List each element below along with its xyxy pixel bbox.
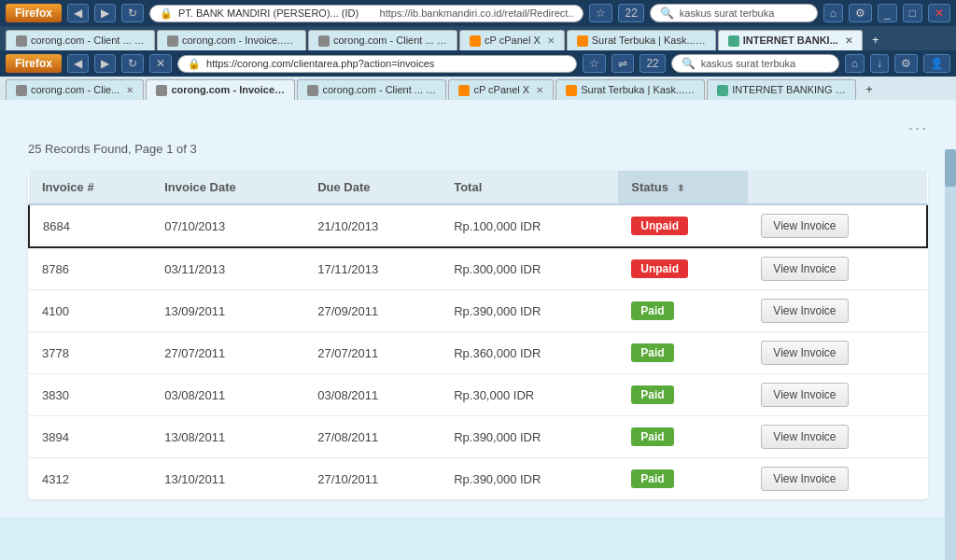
second-address-bar[interactable]: 🔒 https://corong.com/clientarea.php?acti… xyxy=(177,55,577,73)
table-row: 4312 13/10/2011 27/10/2011 Rp.390,000 ID… xyxy=(29,458,927,500)
col-invoice-num: Invoice # xyxy=(29,171,151,204)
records-info: 25 Records Found, Page 1 of 3 xyxy=(28,142,928,156)
back-icon[interactable]: ◀ xyxy=(67,4,89,22)
sync-icon[interactable]: ⇌ xyxy=(612,54,634,73)
firefox-button[interactable]: Firefox xyxy=(6,4,62,22)
bank-label: PT. BANK MANDIRI (PERSERO)... (ID) xyxy=(178,7,374,19)
tab-surat-terbuka[interactable]: Surat Terbuka | Kask... ✕ xyxy=(567,30,716,50)
cell-action: View Invoice xyxy=(748,204,927,247)
tab-cpanel[interactable]: cP cPanel X ✕ xyxy=(459,30,565,50)
view-invoice-button[interactable]: View Invoice xyxy=(761,425,848,449)
stop-icon[interactable]: ✕ xyxy=(149,54,172,73)
reload-icon-2[interactable]: ↻ xyxy=(121,54,144,73)
star-icon[interactable]: ☆ xyxy=(583,54,606,73)
sort-icon: ⬍ xyxy=(677,183,684,193)
close-icon[interactable]: ✕ xyxy=(928,4,950,22)
cell-action: View Invoice xyxy=(748,374,927,416)
cell-due-date: 27/08/2011 xyxy=(304,416,441,458)
view-invoice-button[interactable]: View Invoice xyxy=(761,299,848,323)
cell-total: Rp.300,000 IDR xyxy=(441,247,618,290)
browser-second-bar: Firefox ◀ ▶ ↻ ✕ 🔒 https://corong.com/cli… xyxy=(0,50,956,77)
view-invoice-button[interactable]: View Invoice xyxy=(761,214,848,238)
tab-corong-client-2[interactable]: corong.com - Client ... ✕ xyxy=(308,30,457,50)
cell-status: Unpaid xyxy=(618,247,748,290)
home-icon[interactable]: ⌂ xyxy=(823,4,843,22)
cell-invoice-num: 3894 xyxy=(29,416,151,458)
settings-icon-2[interactable]: ⚙ xyxy=(894,54,918,73)
search-text-2: kaskus surat terbuka xyxy=(701,58,796,69)
table-row: 8786 03/11/2013 17/11/2013 Rp.300,000 ID… xyxy=(29,247,927,290)
cell-action: View Invoice xyxy=(748,332,927,374)
cell-due-date: 27/07/2011 xyxy=(304,332,441,374)
new-tab-icon-2[interactable]: + xyxy=(858,78,880,100)
status-badge: Paid xyxy=(631,301,673,320)
back-icon-2[interactable]: ◀ xyxy=(67,54,89,73)
table-row: 3894 13/08/2011 27/08/2011 Rp.390,000 ID… xyxy=(29,416,927,458)
tab-internet-banking[interactable]: INTERNET BANKI... ✕ xyxy=(718,30,863,50)
cell-due-date: 03/08/2011 xyxy=(304,374,441,416)
tab-2-corong-invoice[interactable]: corong.com - Invoice... ✕ xyxy=(146,79,295,100)
forward-icon-2[interactable]: ▶ xyxy=(94,54,116,73)
second-search-bar[interactable]: 🔍 kaskus surat terbuka xyxy=(671,54,839,73)
cell-total: Rp.390,000 IDR xyxy=(441,416,618,458)
cell-total: Rp.360,000 IDR xyxy=(441,332,618,374)
col-status[interactable]: Status ⬍ xyxy=(618,171,748,204)
cell-invoice-date: 13/08/2011 xyxy=(151,416,304,458)
table-row: 3778 27/07/2011 27/07/2011 Rp.360,000 ID… xyxy=(29,332,927,374)
scrollbar-thumb[interactable] xyxy=(945,149,956,187)
tab-2-corong-client[interactable]: corong.com - Clie... ✕ xyxy=(6,79,144,100)
maximize-icon[interactable]: □ xyxy=(903,4,922,22)
status-badge: Paid xyxy=(631,343,673,362)
invoice-tbody: 8684 07/10/2013 21/10/2013 Rp.100,000 ID… xyxy=(29,204,927,499)
reload-icon[interactable]: ↻ xyxy=(121,4,144,22)
cell-invoice-date: 07/10/2013 xyxy=(151,204,304,247)
view-invoice-button[interactable]: View Invoice xyxy=(761,383,848,407)
three-dots-menu[interactable]: ··· xyxy=(28,119,928,138)
table-row: 8684 07/10/2013 21/10/2013 Rp.100,000 ID… xyxy=(29,204,927,247)
search-text: kaskus surat terbuka xyxy=(680,7,775,19)
tab-2-cpanel[interactable]: cP cPanel X ✕ xyxy=(448,79,554,100)
firefox-button-2[interactable]: Firefox xyxy=(6,54,62,73)
top-address-bar[interactable]: 🔒 PT. BANK MANDIRI (PERSERO)... (ID) htt… xyxy=(149,5,583,22)
scrollbar[interactable] xyxy=(945,149,956,518)
col-total: Total xyxy=(441,171,618,204)
cell-total: Rp.100,000 IDR xyxy=(441,204,618,247)
refresh-icon[interactable]: 22 xyxy=(618,4,643,22)
second-tab-bar: corong.com - Clie... ✕ corong.com - Invo… xyxy=(0,77,956,100)
cell-status: Paid xyxy=(618,332,748,374)
cell-action: View Invoice xyxy=(748,416,927,458)
table-row: 4100 13/09/2011 27/09/2011 Rp.390,000 ID… xyxy=(29,290,927,332)
view-invoice-button[interactable]: View Invoice xyxy=(761,467,848,491)
cell-status: Paid xyxy=(618,374,748,416)
new-tab-icon[interactable]: + xyxy=(865,29,887,50)
download-icon[interactable]: ↓ xyxy=(870,54,889,73)
status-badge: Unpaid xyxy=(631,259,688,278)
bookmark-icon[interactable]: ☆ xyxy=(589,4,612,22)
cell-action: View Invoice xyxy=(748,290,927,332)
tab-2-corong-client-2[interactable]: corong.com - Client ... ✕ xyxy=(297,79,446,100)
col-due-date: Due Date xyxy=(304,171,441,204)
status-badge: Unpaid xyxy=(631,217,688,235)
tab-corong-invoice[interactable]: corong.com - Invoice... ✕ xyxy=(157,30,306,50)
tab-2-internet-banking[interactable]: INTERNET BANKING ... ✕ xyxy=(707,79,856,100)
tab-2-surat-terbuka[interactable]: Surat Terbuka | Kask... ✕ xyxy=(555,79,705,100)
person-icon[interactable]: 👤 xyxy=(923,54,950,73)
cell-invoice-num: 3778 xyxy=(29,332,151,374)
forward-icon[interactable]: ▶ xyxy=(94,4,116,22)
col-action xyxy=(748,171,927,204)
view-invoice-button[interactable]: View Invoice xyxy=(761,257,848,281)
cell-due-date: 21/10/2013 xyxy=(304,204,441,247)
top-search-bar[interactable]: 🔍 kaskus surat terbuka xyxy=(650,4,818,22)
home-icon-2[interactable]: ⌂ xyxy=(845,54,865,73)
lock-icon: 🔒 xyxy=(160,7,173,20)
view-invoice-button[interactable]: View Invoice xyxy=(761,341,848,365)
tab-corong-client-1[interactable]: corong.com - Client ... ✕ xyxy=(6,30,155,50)
cell-action: View Invoice xyxy=(748,458,927,500)
cell-invoice-date: 03/08/2011 xyxy=(151,374,304,416)
page-content: ··· 25 Records Found, Page 1 of 3 Invoic… xyxy=(0,100,956,518)
settings-icon[interactable]: ⚙ xyxy=(849,4,872,22)
badge-icon[interactable]: 22 xyxy=(640,54,665,73)
minimize-icon[interactable]: _ xyxy=(878,4,897,22)
cell-total: Rp.390,000 IDR xyxy=(441,290,618,332)
cell-due-date: 17/11/2013 xyxy=(304,247,441,290)
